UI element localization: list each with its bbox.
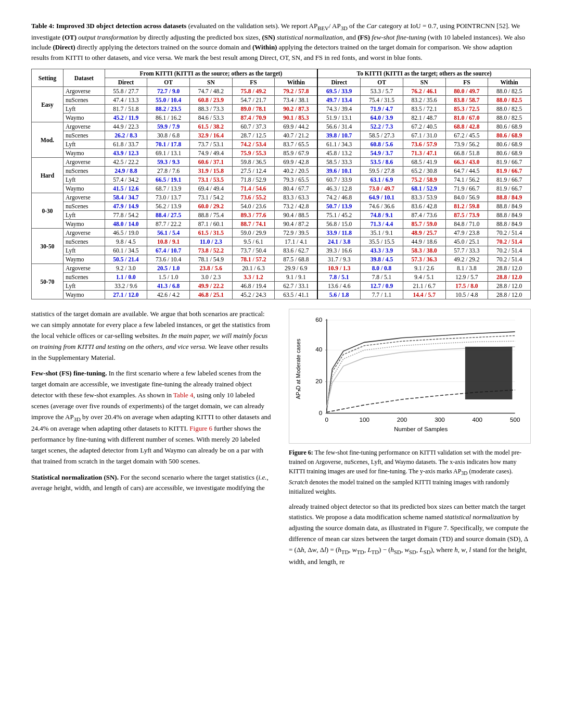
row-cell: 52.2 / 7.3 bbox=[361, 122, 403, 131]
row-cell: 12.7 / 0.9 bbox=[361, 282, 403, 291]
para-fewshot: Few-shot (FS) fine-tuning. In the first … bbox=[31, 368, 273, 467]
row-cell: 70.2 / 51.4 bbox=[488, 237, 531, 246]
row-cell: 20.1 / 6.3 bbox=[232, 264, 275, 273]
row-dataset: Lyft bbox=[63, 246, 105, 255]
row-cell: 88.0 / 82.5 bbox=[488, 105, 531, 114]
row-cell: 57.7 / 33.3 bbox=[445, 246, 488, 255]
svg-text:500: 500 bbox=[510, 416, 520, 423]
row-cell: 68.1 / 52.9 bbox=[403, 184, 445, 193]
row-cell: 88.0 / 82.5 bbox=[488, 114, 531, 122]
row-cell: 63.5 / 41.1 bbox=[275, 291, 317, 299]
right-body-text: already trained object detector so that … bbox=[289, 501, 531, 568]
col-dataset: Dataset bbox=[63, 69, 105, 87]
table-row: Mod.Argoverse44.9 / 22.359.9 / 7.961.5 /… bbox=[32, 122, 531, 131]
row-cell: 41.5 / 12.6 bbox=[105, 184, 147, 193]
row-cell: 75.9 / 55.3 bbox=[232, 149, 275, 158]
row-cell: 84.0 / 56.9 bbox=[445, 193, 488, 202]
figure-6-chart: 0 20 40 60 0 100 200 300 400 500 AP₃D a bbox=[293, 313, 526, 435]
header-to: To KITTI (KITTI as the target; others as… bbox=[317, 69, 530, 78]
row-dataset: Waymo bbox=[63, 220, 105, 229]
row-dataset: Waymo bbox=[63, 149, 105, 158]
row-cell: 80.6 / 68.9 bbox=[488, 131, 531, 140]
svg-text:400: 400 bbox=[472, 416, 483, 423]
row-cell: 79.3 / 65.5 bbox=[275, 175, 317, 184]
col-direct-from: Direct bbox=[105, 78, 147, 87]
para-stats: statistics of the target domain are avai… bbox=[31, 309, 273, 363]
row-cell: 89.3 / 77.6 bbox=[232, 211, 275, 220]
row-cell: 73.1 / 53.5 bbox=[190, 175, 233, 184]
row-cell: 90.2 / 87.3 bbox=[275, 105, 317, 114]
row-cell: 88.8 / 84.9 bbox=[488, 211, 531, 220]
row-cell: 32.9 / 16.4 bbox=[190, 131, 233, 140]
row-cell: 70.2 / 51.4 bbox=[488, 229, 531, 237]
row-cell: 84.8 / 71.0 bbox=[445, 220, 488, 229]
row-cell: 54.9 / 3.7 bbox=[361, 149, 403, 158]
row-cell: 61.5 / 38.2 bbox=[190, 122, 233, 131]
row-setting: Hard bbox=[32, 158, 63, 193]
row-cell: 71.3 / 47.1 bbox=[403, 149, 445, 158]
row-dataset: Argoverse bbox=[63, 229, 105, 237]
row-cell: 88.8 / 84.9 bbox=[488, 220, 531, 229]
row-cell: 48.0 / 14.0 bbox=[105, 220, 147, 229]
row-cell: 44.9 / 22.3 bbox=[105, 122, 147, 131]
row-cell: 88.4 / 27.5 bbox=[147, 211, 190, 220]
row-cell: 90.4 / 87.2 bbox=[275, 220, 317, 229]
row-cell: 69.5 / 33.9 bbox=[317, 87, 360, 96]
row-cell: 85.7 / 59.0 bbox=[403, 220, 445, 229]
row-cell: 88.8 / 75.4 bbox=[190, 211, 233, 220]
row-cell: 71.8 / 52.9 bbox=[232, 175, 275, 184]
row-cell: 23.8 / 5.6 bbox=[190, 264, 233, 273]
row-dataset: nuScenes bbox=[63, 131, 105, 140]
table-row: Lyft33.2 / 9.641.3 / 6.849.9 / 22.246.8 … bbox=[32, 282, 531, 291]
row-dataset: Argoverse bbox=[63, 158, 105, 167]
row-cell: 73.0 / 49.7 bbox=[361, 184, 403, 193]
row-cell: 88.0 / 82.5 bbox=[488, 87, 531, 96]
row-cell: 9.2 / 3.0 bbox=[105, 264, 147, 273]
row-cell: 24.9 / 8.8 bbox=[105, 167, 147, 175]
row-cell: 87.5 / 68.8 bbox=[275, 255, 317, 264]
col-setting: Setting bbox=[32, 69, 63, 87]
row-cell: 9.8 / 4.5 bbox=[105, 237, 147, 246]
row-cell: 71.9 / 66.7 bbox=[445, 184, 488, 193]
row-cell: 74.3 / 39.4 bbox=[317, 105, 360, 114]
table-row: nuScenes24.9 / 8.827.8 / 7.631.9 / 15.82… bbox=[32, 167, 531, 175]
row-cell: 45.2 / 11.9 bbox=[105, 114, 147, 122]
row-setting: 50-70 bbox=[32, 264, 63, 299]
svg-rect-22 bbox=[465, 347, 512, 399]
row-cell: 56.6 / 31.4 bbox=[317, 122, 360, 131]
row-setting: Easy bbox=[32, 87, 63, 122]
figure-6-box: 0 20 40 60 0 100 200 300 400 500 AP₃D a bbox=[289, 309, 531, 444]
table-row: nuScenes47.9 / 14.956.2 / 13.960.0 / 29.… bbox=[32, 202, 531, 211]
row-cell: 88.8 / 84.9 bbox=[488, 202, 531, 211]
row-cell: 87.4 / 70.9 bbox=[232, 114, 275, 122]
row-cell: 83.5 / 72.1 bbox=[403, 105, 445, 114]
row-cell: 39.8 / 10.7 bbox=[317, 131, 360, 140]
row-cell: 77.8 / 54.2 bbox=[105, 211, 147, 220]
row-cell: 80.6 / 68.9 bbox=[488, 149, 531, 158]
row-cell: 75.8 / 49.2 bbox=[232, 87, 275, 96]
row-cell: 57.4 / 34.2 bbox=[105, 175, 147, 184]
row-cell: 58.3 / 38.0 bbox=[403, 246, 445, 255]
row-cell: 78.1 / 57.2 bbox=[232, 255, 275, 264]
row-cell: 9.1 / 2.6 bbox=[403, 264, 445, 273]
row-cell: 41.3 / 6.8 bbox=[147, 282, 190, 291]
row-cell: 59.9 / 7.9 bbox=[147, 122, 190, 131]
col-sn-to: SN bbox=[403, 78, 445, 87]
row-setting: 0-30 bbox=[32, 193, 63, 229]
row-cell: 85.3 / 72.5 bbox=[445, 105, 488, 114]
row-cell: 74.1 / 56.2 bbox=[445, 175, 488, 184]
row-cell: 39.3 / 16.6 bbox=[317, 246, 360, 255]
row-cell: 67.1 / 31.0 bbox=[403, 131, 445, 140]
row-cell: 65.2 / 30.8 bbox=[403, 167, 445, 175]
table-row: Lyft77.8 / 54.288.4 / 27.588.8 / 75.489.… bbox=[32, 211, 531, 220]
row-cell: 83.2 / 35.6 bbox=[403, 96, 445, 105]
row-cell: 83.7 / 65.5 bbox=[275, 140, 317, 149]
row-cell: 28.8 / 12.0 bbox=[488, 291, 531, 299]
row-cell: 13.6 / 4.6 bbox=[317, 282, 360, 291]
right-column: 0 20 40 60 0 100 200 300 400 500 AP₃D a bbox=[289, 309, 531, 567]
row-cell: 81.0 / 67.0 bbox=[445, 114, 488, 122]
col-direct-to: Direct bbox=[317, 78, 360, 87]
row-cell: 47.4 / 13.3 bbox=[105, 96, 147, 105]
row-cell: 60.0 / 29.2 bbox=[190, 202, 233, 211]
row-cell: 59.0 / 29.9 bbox=[232, 229, 275, 237]
